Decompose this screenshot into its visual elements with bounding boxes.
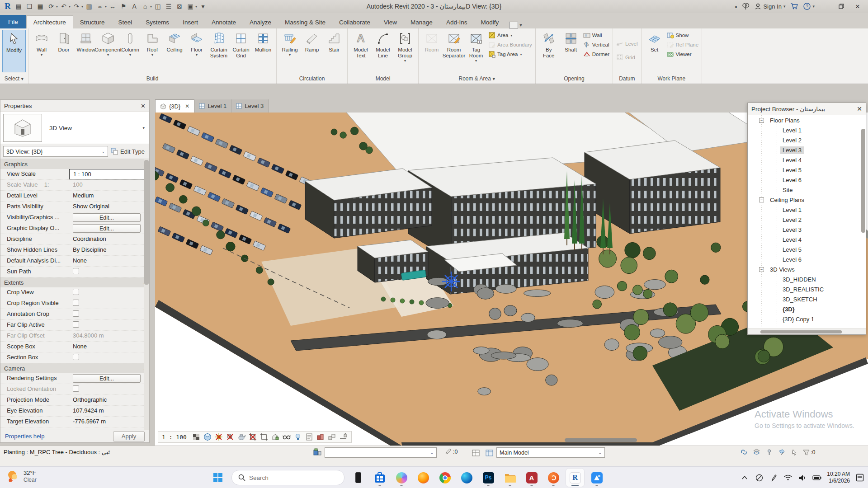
worksharing-display-off-icon[interactable] [316,433,325,441]
property-value[interactable]: 304.8000 m [69,331,149,341]
active-workset-icon[interactable] [471,448,480,457]
locked-3d-view-icon[interactable] [271,433,280,441]
thin-lines-icon[interactable]: ☰ [164,1,174,11]
room-separator-button[interactable]: RoomSeparator [443,30,465,72]
tab-view[interactable]: View [377,16,404,28]
tree-item-level-3[interactable]: Level 3 [748,225,866,235]
design-options-icon[interactable] [485,448,494,457]
component-button[interactable]: Component▾ [97,30,119,72]
property-value[interactable]: 107.9424 m [69,406,149,416]
by-face-button[interactable]: ByFace [538,30,560,72]
tree-item-level-5[interactable]: Level 5 [748,165,866,175]
panel-label-build[interactable]: Build [28,74,276,84]
select-elements-by-face-icon[interactable] [778,448,787,457]
wall-button[interactable]: Wall▾ [31,30,52,72]
notification-center-icon[interactable] [855,473,864,482]
section-camera[interactable]: Camera▴ [0,363,149,373]
edit-button[interactable]: Edit... [73,224,141,233]
visual-style-icon[interactable] [203,433,212,441]
tab-modify[interactable]: Modify [474,16,505,28]
tab-systems[interactable]: Systems [139,16,176,28]
apply-button[interactable]: Apply [113,432,145,441]
section-extents[interactable]: Extents▴ [0,277,149,287]
horizontal-scrollbar[interactable] [565,438,637,442]
drag-elements-on-selection-icon[interactable] [790,448,799,457]
tab-massing-site[interactable]: Massing & Site [278,16,332,28]
edit-button[interactable]: Edit... [73,374,141,383]
filter-indicator[interactable]: :0 [803,449,815,456]
customize-qat-icon[interactable]: ▾ [198,1,208,11]
redo-icon-caret[interactable]: ▾ [81,5,83,9]
taskbar-app-microsoft-store[interactable] [371,469,389,487]
tab-file[interactable]: File [0,15,26,28]
modify-button[interactable]: Modify [2,30,26,72]
mullion-button[interactable]: Mullion [252,30,274,72]
edit-type-button[interactable]: Edit Type [111,148,145,155]
ribbon-state-caret[interactable]: ▾ [519,22,522,28]
ceiling-button[interactable]: Ceiling [164,30,185,72]
switch-windows-icon[interactable]: ▣ [185,1,195,11]
tree-item--3d-copy-1[interactable]: {3D} Copy 1 [748,314,866,324]
tree-item-3d-realistic[interactable]: 3D_REALISTIC [748,284,866,294]
tree-item-level-6[interactable]: Level 6 [748,254,866,264]
taskbar-app-revit[interactable]: R [566,469,584,487]
close-button[interactable]: ✕ [852,1,863,11]
aligned-dimension-icon[interactable]: ↔ [108,1,118,11]
app-store-cart-icon[interactable] [790,2,799,11]
project-browser-close-icon[interactable]: ✕ [857,105,862,113]
section-graphics[interactable]: Graphics▴ [0,159,149,169]
wifi-icon[interactable] [783,473,793,482]
taskbar-clock[interactable]: 10:20 AM1/6/2026 [827,471,850,484]
dormer-button[interactable]: Dormer [583,51,609,58]
reveal-constraints-icon[interactable] [339,433,348,441]
open-icon[interactable]: ❏ [24,1,34,11]
tab-steel[interactable]: Steel [112,16,139,28]
panel-label-opening[interactable]: Opening [536,74,613,84]
battery-icon[interactable] [812,473,821,482]
property-value[interactable]: 100 [69,180,149,190]
measure-icon-caret[interactable]: ▾ [105,5,107,9]
tree-item-level-3[interactable]: Level 3 [748,145,866,155]
section-icon[interactable]: ◫ [153,1,163,11]
view-tab-level-3[interactable]: Level 3 [231,99,269,113]
workspace-icon[interactable] [509,22,518,28]
default-3d-view-icon[interactable]: ⌂ [140,1,150,11]
edit-button[interactable]: Edit... [73,213,141,222]
detail-level-icon[interactable] [192,433,201,441]
taskbar-weather-widget[interactable]: 32°FClear [6,469,37,483]
floor-button[interactable]: Floor▾ [186,30,208,72]
restore-button[interactable] [835,1,847,11]
worksets-dropdown[interactable]: ⌄ [325,447,437,458]
taskbar-app-chrome[interactable] [436,469,454,487]
sync-icon[interactable]: ⟳ [46,1,56,11]
shaft-button[interactable]: Shaft [560,30,582,72]
view-tab-level-1[interactable]: Level 1 [194,99,231,113]
taskbar-app-firefox[interactable] [414,469,432,487]
vertical-button[interactable]: Vertical [583,41,609,48]
close-hidden-windows-icon[interactable]: ⊠ [175,1,184,11]
taskbar-app-phone-link[interactable] [349,469,367,487]
show-button[interactable]: Show [667,32,699,39]
tree-item-level-4[interactable]: Level 4 [748,155,866,165]
property-value[interactable]: Coordination [69,234,149,244]
tab-annotate[interactable]: Annotate [205,16,243,28]
tab-structure[interactable]: Structure [73,16,112,28]
view-scale-control[interactable]: 1 : 100 [162,434,187,441]
taskbar-app-app-orange[interactable] [544,469,562,487]
tree-item-site[interactable]: Site [748,185,866,195]
properties-help-link[interactable]: Properties help [5,433,44,440]
curtain-grid-button[interactable]: CurtainGrid [230,30,252,72]
do-not-disturb-icon[interactable] [755,473,764,482]
minimize-button[interactable]: – [819,1,831,11]
panel-label-model[interactable]: Model [348,74,418,84]
type-selector-caret[interactable]: ▾ [142,126,145,130]
hidden-icons-chevron[interactable] [740,473,749,482]
sync-icon-caret[interactable]: ▾ [56,5,58,9]
tree-item-level-6[interactable]: Level 6 [748,175,866,185]
panel-label-room-area[interactable]: Room & Area ▾ [419,74,535,84]
tab-collaborate[interactable]: Collaborate [332,16,377,28]
tree-item-level-5[interactable]: Level 5 [748,244,866,254]
redo-icon[interactable]: ↷ [71,1,81,11]
checkbox[interactable] [73,268,79,274]
help-icon[interactable]: ?▾ [803,3,815,10]
